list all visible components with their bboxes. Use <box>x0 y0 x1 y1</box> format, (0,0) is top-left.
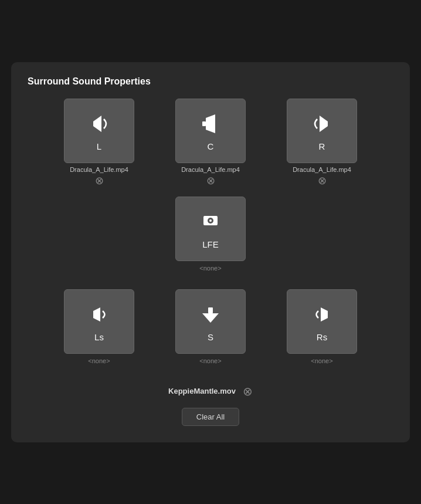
source-bar: KeppieMantle.mov ⊗ <box>28 385 393 397</box>
channel-remove-R[interactable]: ⊗ <box>318 175 327 186</box>
svg-marker-1 <box>206 114 215 133</box>
svg-marker-7 <box>93 307 100 322</box>
channel-none-S: <none> <box>199 357 221 364</box>
surround-sound-panel: Surround Sound Properties L Dracula_A_Li… <box>11 62 410 442</box>
speaker-center-icon <box>196 110 225 138</box>
channel-label-Rs: Rs <box>317 332 327 342</box>
svg-marker-3 <box>320 116 328 132</box>
channel-none-Rs: <none> <box>311 357 332 364</box>
channel-box-Ls[interactable]: Ls <box>64 289 134 354</box>
channel-remove-C[interactable]: ⊗ <box>206 175 215 186</box>
svg-point-6 <box>209 219 212 222</box>
channel-slot-R: R Dracula_A_Life.mp4 ⊗ <box>284 99 360 186</box>
svg-marker-8 <box>202 313 219 323</box>
lfe-channel-row: LFE <none> <box>172 197 249 272</box>
speaker-lfe-icon <box>196 208 225 236</box>
channel-box-S[interactable]: S <box>175 289 246 354</box>
channel-filename-C: Dracula_A_Life.mp4 <box>181 166 240 173</box>
channel-slot-LFE: LFE <none> <box>172 197 249 272</box>
speaker-left-icon <box>85 110 113 138</box>
channel-none-Ls: <none> <box>88 357 110 364</box>
channel-filename-L: Dracula_A_Life.mp4 <box>70 166 128 173</box>
source-remove-button[interactable]: ⊗ <box>243 385 253 397</box>
speaker-ls-icon <box>85 300 113 329</box>
bottom-channel-row: Ls <none> S <none> <box>61 289 360 364</box>
channel-box-LFE[interactable]: LFE <box>175 197 246 261</box>
channel-grid: L Dracula_A_Life.mp4 ⊗ C Dracula_A_Life.… <box>28 99 393 369</box>
speaker-right-icon <box>308 110 336 138</box>
channel-slot-C: C Dracula_A_Life.mp4 ⊗ <box>172 99 249 186</box>
svg-marker-10 <box>321 307 328 322</box>
top-channel-row: L Dracula_A_Life.mp4 ⊗ C Dracula_A_Life.… <box>61 99 360 186</box>
channel-box-Rs[interactable]: Rs <box>287 289 357 354</box>
channel-label-C: C <box>208 141 214 151</box>
channel-slot-L: L Dracula_A_Life.mp4 ⊗ <box>61 99 137 186</box>
channel-box-L[interactable]: L <box>64 99 134 163</box>
channel-remove-L[interactable]: ⊗ <box>95 175 104 186</box>
channel-slot-Rs: Rs <none> <box>284 289 360 364</box>
speaker-rs-icon <box>308 300 336 329</box>
channel-filename-R: Dracula_A_Life.mp4 <box>293 166 351 173</box>
panel-title: Surround Sound Properties <box>28 76 393 87</box>
channel-slot-S: S <none> <box>172 289 249 364</box>
channel-slot-Ls: Ls <none> <box>61 289 137 364</box>
channel-label-S: S <box>208 332 213 342</box>
clear-all-button[interactable]: Clear All <box>182 408 239 426</box>
speaker-s-icon <box>196 300 225 329</box>
source-filename: KeppieMantle.mov <box>168 387 236 395</box>
channel-label-L: L <box>97 141 101 151</box>
channel-label-R: R <box>319 141 325 151</box>
channel-label-LFE: LFE <box>202 239 219 249</box>
svg-marker-0 <box>93 116 101 132</box>
svg-rect-9 <box>208 307 213 313</box>
channel-none-LFE: <none> <box>199 265 221 272</box>
svg-rect-2 <box>202 121 206 126</box>
channel-label-Ls: Ls <box>94 332 104 342</box>
channel-box-R[interactable]: R <box>287 99 357 163</box>
channel-box-C[interactable]: C <box>175 99 246 163</box>
